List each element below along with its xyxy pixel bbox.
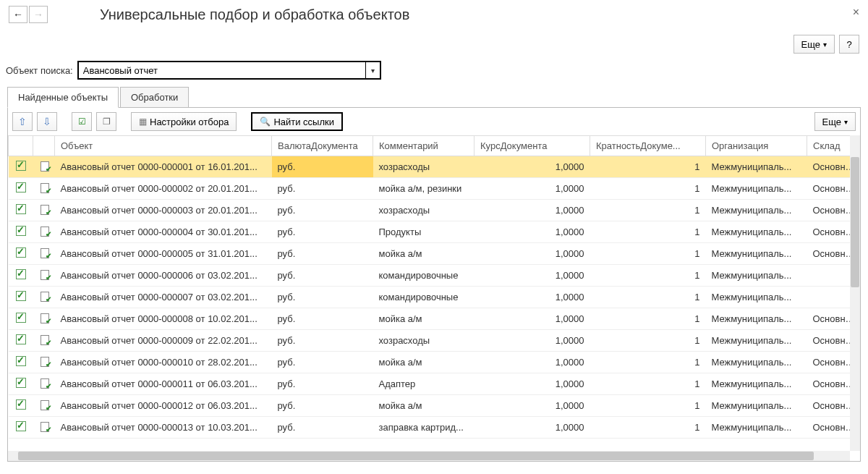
row-checkbox[interactable] <box>16 291 26 301</box>
table-row[interactable]: Авансовый отчет 0000-000005 от 31.01.201… <box>9 243 861 265</box>
cell-rate: 1,0000 <box>475 221 590 243</box>
row-checkbox[interactable] <box>16 421 26 431</box>
document-icon <box>39 291 49 301</box>
cell-org: Межмуниципаль... <box>706 373 807 395</box>
cell-currency: руб. <box>272 417 373 439</box>
cell-currency: руб. <box>272 373 373 395</box>
horizontal-scrollbar[interactable] <box>8 451 850 461</box>
table-row[interactable]: Авансовый отчет 0000-000008 от 10.02.201… <box>9 308 861 330</box>
cell-org: Межмуниципаль... <box>706 395 807 417</box>
row-checkbox[interactable] <box>16 226 26 236</box>
row-checkbox[interactable] <box>16 334 26 344</box>
row-checkbox[interactable] <box>16 182 26 192</box>
row-checkbox[interactable] <box>16 378 26 388</box>
cell-currency: руб. <box>272 243 373 265</box>
cell-currency: руб. <box>272 178 373 200</box>
cell-comment: мойка а/м <box>373 243 475 265</box>
row-checkbox[interactable] <box>16 247 26 258</box>
find-links-button[interactable]: 🔍 Найти ссылки <box>251 112 343 131</box>
cell-rate: 1,0000 <box>475 308 590 330</box>
search-input[interactable] <box>79 62 365 78</box>
col-object[interactable]: Объект <box>55 136 272 156</box>
check-all-button[interactable]: ☑ <box>72 112 92 131</box>
cell-mult: 1 <box>590 330 706 352</box>
tab-1[interactable]: Обработки <box>120 87 189 108</box>
cell-object: Авансовый отчет 0000-000013 от 10.03.201… <box>55 417 272 439</box>
document-icon <box>39 313 49 323</box>
vertical-scrollbar[interactable] <box>850 135 860 451</box>
search-icon: 🔍 <box>260 117 271 127</box>
col-comment[interactable]: Комментарий <box>373 136 475 156</box>
forward-button[interactable]: → <box>29 6 48 23</box>
table-row[interactable]: Авансовый отчет 0000-000001 от 16.01.201… <box>9 156 861 178</box>
cell-rate: 1,0000 <box>475 243 590 265</box>
arrow-up-icon: ⇧ <box>18 116 27 127</box>
move-down-button[interactable]: ⇩ <box>37 112 57 131</box>
table-row[interactable]: Авансовый отчет 0000-000006 от 03.02.201… <box>9 265 861 287</box>
cell-currency: руб. <box>272 287 373 308</box>
search-dropdown-toggle[interactable]: ▾ <box>365 62 380 78</box>
table-row[interactable]: Авансовый отчет 0000-000012 от 06.03.201… <box>9 395 861 417</box>
filter-label: Настройки отбора <box>150 117 229 127</box>
cell-currency: руб. <box>272 265 373 287</box>
cell-comment: Адаптер <box>373 373 475 395</box>
cell-currency: руб. <box>272 308 373 330</box>
arrow-right-icon: → <box>33 9 43 20</box>
back-button[interactable]: ← <box>9 6 27 23</box>
cell-object: Авансовый отчет 0000-000007 от 03.02.201… <box>55 287 272 308</box>
more-button-toolbar[interactable]: Еще ▾ <box>814 112 856 131</box>
row-checkbox[interactable] <box>16 356 26 366</box>
row-checkbox[interactable] <box>16 399 26 410</box>
col-currency[interactable]: ВалютаДокумента <box>272 136 373 156</box>
cell-mult: 1 <box>590 156 706 178</box>
cell-object: Авансовый отчет 0000-000011 от 06.03.201… <box>55 373 272 395</box>
table-row[interactable]: Авансовый отчет 0000-000010 от 28.02.201… <box>9 352 861 373</box>
col-icon[interactable] <box>33 136 55 156</box>
table-row[interactable]: Авансовый отчет 0000-000009 от 22.02.201… <box>9 330 861 352</box>
move-up-button[interactable]: ⇧ <box>12 112 33 131</box>
vertical-scrollbar-thumb[interactable] <box>851 157 859 287</box>
table-row[interactable]: Авансовый отчет 0000-000007 от 03.02.201… <box>9 287 861 308</box>
close-button[interactable]: × <box>853 6 859 19</box>
row-checkbox[interactable] <box>16 269 26 279</box>
table-row[interactable]: Авансовый отчет 0000-000002 от 20.01.201… <box>9 178 861 200</box>
cell-mult: 1 <box>590 417 706 439</box>
table-row[interactable]: Авансовый отчет 0000-000013 от 10.03.201… <box>9 417 861 439</box>
cell-mult: 1 <box>590 287 706 308</box>
copy-icon: ❐ <box>103 117 111 127</box>
cell-mult: 1 <box>590 373 706 395</box>
filter-settings-button[interactable]: ▦ Настройки отбора <box>131 112 237 131</box>
document-icon <box>39 399 49 410</box>
cell-currency: руб. <box>272 330 373 352</box>
cell-comment: мойка а/м <box>373 395 475 417</box>
cell-object: Авансовый отчет 0000-000010 от 28.02.201… <box>55 352 272 373</box>
col-check[interactable] <box>9 136 33 156</box>
document-icon <box>39 356 49 366</box>
cell-rate: 1,0000 <box>475 156 590 178</box>
cell-org: Межмуниципаль... <box>706 352 807 373</box>
copy-button[interactable]: ❐ <box>96 112 116 131</box>
arrow-down-icon: ⇩ <box>43 116 51 127</box>
table-row[interactable]: Авансовый отчет 0000-000003 от 20.01.201… <box>9 200 861 221</box>
cell-org: Межмуниципаль... <box>706 156 807 178</box>
col-rate[interactable]: КурсДокумента <box>475 136 590 156</box>
col-mult[interactable]: КратностьДокуме... <box>590 136 706 156</box>
more-label: Еще <box>822 117 841 127</box>
cell-comment: хозрасходы <box>373 200 475 221</box>
cell-org: Межмуниципаль... <box>706 221 807 243</box>
chevron-down-icon: ▾ <box>371 67 375 75</box>
row-checkbox[interactable] <box>16 161 26 171</box>
row-checkbox[interactable] <box>16 313 26 323</box>
table-row[interactable]: Авансовый отчет 0000-000011 от 06.03.201… <box>9 373 861 395</box>
col-org[interactable]: Организация <box>706 136 807 156</box>
search-combo[interactable]: ▾ <box>77 61 381 80</box>
row-checkbox[interactable] <box>16 204 26 214</box>
table-row[interactable]: Авансовый отчет 0000-000004 от 30.01.201… <box>9 221 861 243</box>
tab-0[interactable]: Найденные объекты <box>7 87 119 108</box>
horizontal-scrollbar-thumb[interactable] <box>18 452 814 460</box>
more-button-top[interactable]: Еще ▾ <box>793 35 835 54</box>
cell-mult: 1 <box>590 395 706 417</box>
cell-rate: 1,0000 <box>475 178 590 200</box>
cell-comment: заправка картрид... <box>373 417 475 439</box>
help-button[interactable]: ? <box>839 35 859 54</box>
